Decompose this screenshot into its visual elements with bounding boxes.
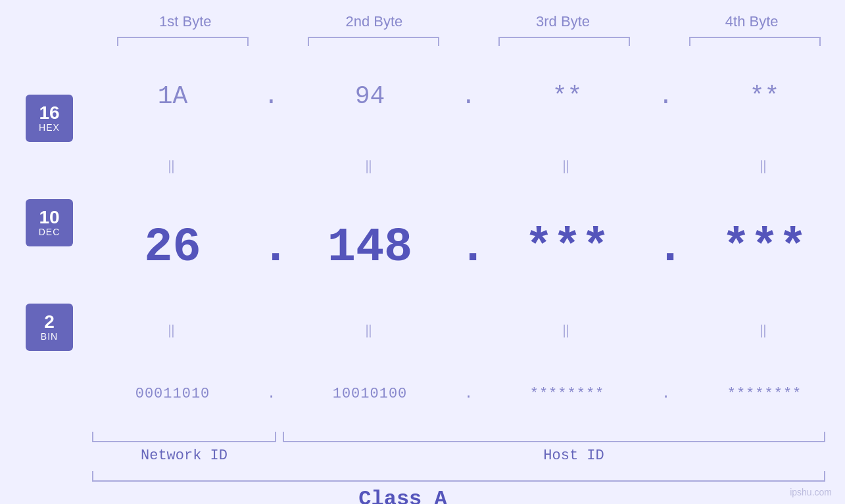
equals-row-1: ‖ ‖ ‖ ‖ [92, 156, 845, 175]
dec-dot-1: . [262, 221, 281, 275]
dec-base-number: 10 [39, 208, 59, 227]
hex-base-label: HEX [39, 122, 60, 133]
eq2-b2: ‖ [298, 322, 443, 338]
dec-badge: 10 DEC [26, 199, 73, 246]
byte-1-header: 1st Byte [113, 13, 258, 30]
dec-base-label: DEC [39, 227, 60, 237]
eq2-b4: ‖ [692, 322, 837, 338]
hex-b3: ** [495, 82, 640, 110]
eq1-b4: ‖ [692, 158, 837, 174]
class-bracket [92, 471, 825, 482]
hex-dot-2: . [459, 82, 479, 110]
bin-b1: 00011010 [101, 386, 245, 402]
byte-2-header: 2nd Byte [302, 13, 447, 30]
dec-b4: *** [692, 221, 837, 275]
bin-b2: 10010100 [298, 386, 443, 402]
host-id-label: Host ID [322, 447, 825, 464]
bin-dot-1: . [262, 386, 281, 402]
byte-headers-row: 1st Byte 2nd Byte 3rd Byte 4th Byte [107, 13, 831, 30]
dec-b1: 26 [101, 221, 245, 275]
hex-base-number: 16 [39, 104, 59, 122]
bracket-2 [308, 37, 439, 46]
eq2-b3: ‖ [495, 322, 640, 338]
hex-dot-3: . [656, 82, 676, 110]
hex-b2: 94 [298, 82, 443, 110]
bin-b3: ******** [495, 386, 640, 402]
id-brackets [92, 432, 825, 442]
bin-b4: ******** [692, 386, 837, 402]
hex-badge: 16 HEX [26, 95, 73, 142]
class-label: Class A [0, 487, 806, 504]
bin-base-label: BIN [41, 331, 58, 342]
hex-row: 1A . 94 . ** . ** [92, 82, 845, 110]
hex-b4: ** [692, 82, 837, 110]
bin-dot-3: . [656, 386, 676, 402]
bin-dot-2: . [459, 386, 479, 402]
dec-b2: 148 [298, 221, 443, 275]
network-id-label: Network ID [92, 447, 276, 464]
bracket-3 [498, 37, 630, 46]
equals-row-2: ‖ ‖ ‖ ‖ [92, 321, 845, 340]
bracket-1 [117, 37, 249, 46]
eq1-b2: ‖ [298, 158, 443, 174]
byte-4-header: 4th Byte [679, 13, 824, 30]
host-bracket [283, 432, 825, 442]
bin-row: 00011010 . 10010100 . ******** . *******… [92, 386, 845, 402]
byte-3-header: 3rd Byte [491, 13, 635, 30]
data-area: 1A . 94 . ** . ** ‖ ‖ [92, 59, 845, 432]
network-bracket [92, 432, 276, 442]
eq1-b3: ‖ [495, 158, 640, 174]
dec-b3: *** [495, 221, 640, 275]
base-labels-column: 16 HEX 10 DEC 2 BIN [0, 59, 92, 432]
main-container: 1st Byte 2nd Byte 3rd Byte 4th Byte 16 H… [0, 0, 845, 504]
bin-base-number: 2 [44, 313, 55, 331]
bracket-4 [689, 37, 821, 46]
eq1-b1: ‖ [101, 158, 245, 174]
hex-b1: 1A [101, 82, 245, 110]
watermark: ipshu.com [790, 487, 832, 497]
main-grid: 16 HEX 10 DEC 2 BIN 1A . 94 [0, 59, 845, 432]
hex-dot-1: . [262, 82, 281, 110]
dec-row: 26 . 148 . *** . *** [92, 221, 845, 275]
dec-dot-2: . [459, 221, 479, 275]
bin-badge: 2 BIN [26, 304, 73, 351]
dec-dot-3: . [656, 221, 676, 275]
header-brackets [107, 37, 831, 46]
bottom-section: Network ID Host ID Class A [0, 432, 845, 504]
eq2-b1: ‖ [101, 322, 245, 338]
